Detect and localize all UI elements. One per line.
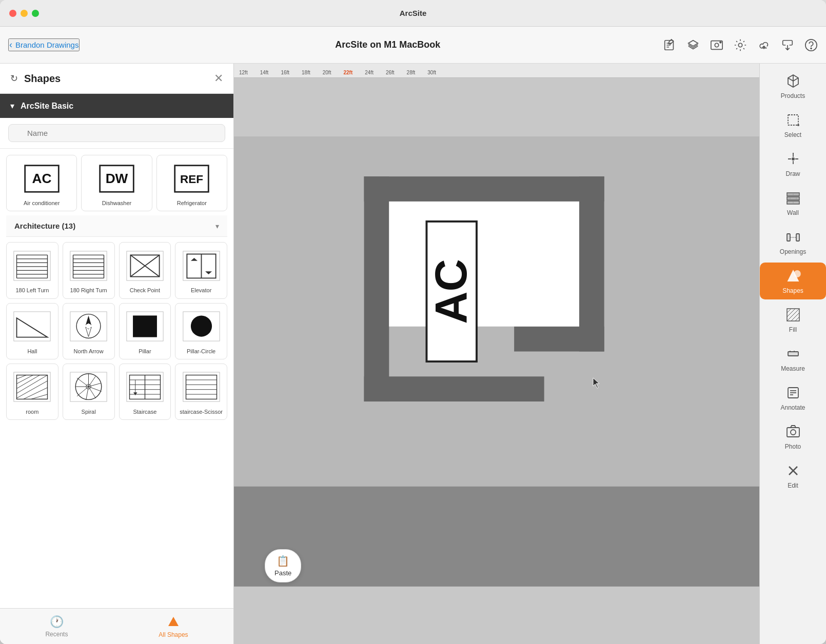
staircase-scissor-svg bbox=[182, 370, 221, 404]
shape-preview-ref: REF bbox=[171, 160, 212, 196]
annotate-icon bbox=[785, 385, 801, 401]
paste-label: Paste bbox=[274, 569, 291, 577]
sidebar-item-edit[interactable]: Edit bbox=[760, 457, 826, 494]
redo-button[interactable] bbox=[96, 37, 100, 53]
settings-icon bbox=[734, 38, 747, 52]
share-button[interactable] bbox=[781, 38, 794, 52]
paste-icon: 📋 bbox=[277, 555, 289, 567]
sidebar-item-measure[interactable]: Measure bbox=[760, 340, 826, 377]
arch-shapes-row-3: room bbox=[6, 364, 227, 420]
svg-rect-13 bbox=[14, 251, 50, 280]
shape-item-pillar-circle[interactable]: Pillar-Circle bbox=[175, 303, 227, 359]
back-label: Brandon Drawings bbox=[15, 41, 78, 49]
help-button[interactable] bbox=[804, 38, 818, 52]
close-button[interactable] bbox=[9, 10, 16, 17]
shape-item-elevator[interactable]: Elevator bbox=[175, 242, 227, 298]
svg-line-124 bbox=[791, 313, 799, 321]
svg-point-103 bbox=[797, 124, 799, 126]
svg-rect-126 bbox=[788, 352, 798, 356]
layers-button[interactable] bbox=[686, 38, 700, 52]
svg-point-52 bbox=[191, 316, 212, 337]
shape-item-hall[interactable]: Hall bbox=[6, 303, 58, 359]
shape-item-dw[interactable]: DW Dishwasher bbox=[81, 155, 152, 211]
shape-preview-staircase bbox=[124, 369, 165, 405]
panel-close-button[interactable]: ✕ bbox=[214, 72, 223, 85]
svg-line-121 bbox=[787, 309, 791, 313]
toolbar-actions bbox=[663, 38, 818, 52]
panel-header-left: ↻ Shapes bbox=[10, 73, 61, 85]
search-bar: 🔍 bbox=[0, 118, 233, 149]
svg-point-136 bbox=[791, 430, 796, 435]
window-controls bbox=[9, 10, 39, 17]
shape-item-check-point[interactable]: Check Point bbox=[119, 242, 171, 298]
nav-recents[interactable]: 🕐 Recents bbox=[35, 611, 78, 642]
cloud-upload-icon bbox=[757, 38, 771, 52]
minimize-button[interactable] bbox=[21, 10, 28, 17]
sidebar-item-select[interactable]: Select bbox=[760, 107, 826, 144]
measure-label: Measure bbox=[781, 365, 805, 372]
edit-doc-icon bbox=[663, 38, 676, 52]
shape-item-pillar[interactable]: Pillar bbox=[119, 303, 171, 359]
annotate-label: Annotate bbox=[780, 404, 805, 411]
shape-item-staircase[interactable]: Staircase bbox=[119, 364, 171, 420]
shape-item-left-turn[interactable]: 180 Left Turn bbox=[6, 242, 58, 298]
all-shapes-label: All Shapes bbox=[159, 631, 188, 638]
arch-header[interactable]: Architecture (13) ▾ bbox=[6, 215, 227, 237]
back-button[interactable]: ‹ Brandon Drawings bbox=[8, 38, 80, 51]
nav-all-shapes[interactable]: All Shapes bbox=[148, 611, 198, 642]
north-arrow-svg: N bbox=[69, 310, 108, 343]
ruler-mark-28: 28ft bbox=[407, 70, 416, 75]
photo-button[interactable] bbox=[710, 38, 723, 52]
check-point-svg bbox=[126, 249, 164, 283]
layers-icon bbox=[686, 38, 700, 52]
maximize-button[interactable] bbox=[32, 10, 39, 17]
bottom-nav: 🕐 Recents All Shapes bbox=[0, 608, 233, 644]
shape-item-north-arrow[interactable]: N North Arrow bbox=[63, 303, 115, 359]
settings-button[interactable] bbox=[734, 38, 747, 52]
wall-icon bbox=[785, 190, 801, 206]
upload-button[interactable] bbox=[757, 38, 771, 52]
sidebar-item-wall[interactable]: Wall bbox=[760, 185, 826, 222]
edit-doc-button[interactable] bbox=[663, 38, 676, 52]
undo-redo-group bbox=[84, 37, 100, 53]
shape-preview-check-point bbox=[124, 248, 165, 284]
shape-preview-dw: DW bbox=[96, 160, 137, 196]
sidebar-item-fill[interactable]: Fill bbox=[760, 301, 826, 338]
arch-expand-icon: ▾ bbox=[215, 222, 219, 230]
shape-item-ac[interactable]: AC Air conditioner bbox=[6, 155, 77, 211]
shape-item-spiral[interactable]: Spiral bbox=[63, 364, 115, 420]
shape-label-elevator: Elevator bbox=[191, 287, 211, 294]
photo-icon bbox=[710, 38, 723, 52]
shape-label-pillar: Pillar bbox=[139, 348, 151, 355]
sidebar-item-draw[interactable]: Draw bbox=[760, 146, 826, 183]
sidebar-item-shapes[interactable]: Shapes bbox=[760, 263, 826, 299]
ruler-mark-20: 20ft bbox=[323, 70, 331, 75]
shape-label-check-point: Check Point bbox=[130, 287, 160, 294]
sidebar-item-products[interactable]: Products bbox=[760, 68, 826, 105]
paste-button[interactable]: 📋 Paste bbox=[265, 549, 301, 582]
sidebar-item-photo[interactable]: Photo bbox=[760, 418, 826, 455]
titlebar: ArcSite bbox=[0, 0, 826, 27]
pillar-circle-svg bbox=[182, 310, 221, 343]
undo-button[interactable] bbox=[84, 37, 88, 53]
canvas-area[interactable]: 12ft 14ft 16ft 18ft 20ft 22ft 24ft 26ft … bbox=[234, 64, 759, 644]
shapes-icon bbox=[785, 268, 801, 284]
category-header[interactable]: ▾ ArcSite Basic bbox=[0, 94, 233, 118]
svg-rect-94 bbox=[514, 327, 604, 352]
shape-item-right-turn[interactable]: 180 Right Turn bbox=[63, 242, 115, 298]
measure-icon bbox=[785, 346, 801, 362]
openings-icon bbox=[785, 229, 801, 245]
shape-item-ref[interactable]: REF Refrigerator bbox=[156, 155, 227, 211]
ruler-mark-30: 30ft bbox=[427, 70, 436, 75]
shape-label-left-turn: 180 Left Turn bbox=[15, 287, 49, 294]
svg-rect-102 bbox=[788, 115, 798, 125]
shape-item-staircase-scissor[interactable]: staircase-Scissor bbox=[175, 364, 227, 420]
shape-item-room[interactable]: room bbox=[6, 364, 58, 420]
search-input[interactable] bbox=[8, 124, 225, 142]
refresh-button[interactable]: ↻ bbox=[10, 73, 18, 84]
shape-preview-left-turn bbox=[12, 248, 53, 284]
shape-label-ac: Air conditioner bbox=[24, 199, 60, 207]
help-icon bbox=[804, 38, 818, 52]
sidebar-item-annotate[interactable]: Annotate bbox=[760, 379, 826, 416]
sidebar-item-openings[interactable]: Openings bbox=[760, 224, 826, 260]
